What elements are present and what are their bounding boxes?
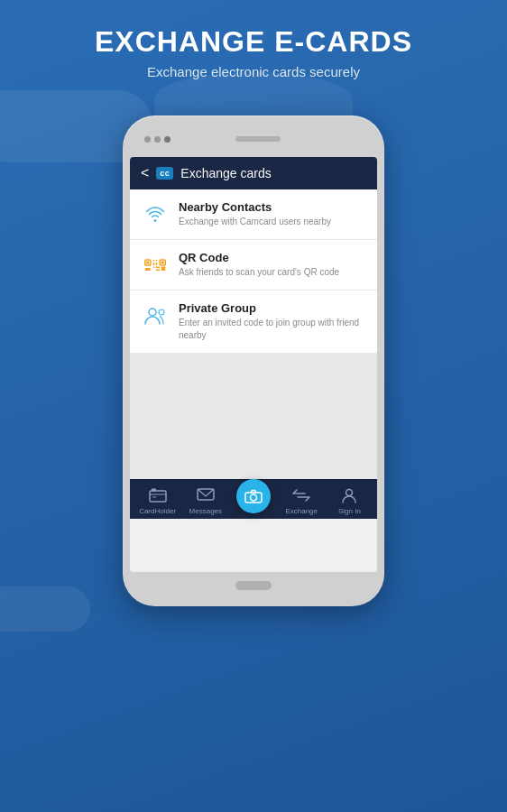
group-text: Private Group Enter an invited code to j… — [179, 301, 364, 342]
svg-rect-5 — [153, 260, 155, 262]
phone-speaker — [235, 136, 281, 142]
nearby-desc: Exchange with Camcard users nearby — [179, 216, 364, 228]
svg-point-14 — [159, 309, 164, 315]
app-topbar: < cc Exchange cards — [130, 157, 377, 189]
list-item-qrcode[interactable]: QR Code Ask friends to scan your card's … — [130, 240, 377, 291]
phone-dot-1 — [144, 136, 151, 143]
svg-point-22 — [346, 490, 353, 496]
phone-home-button[interactable] — [235, 581, 272, 590]
nav-item-camera[interactable] — [229, 488, 277, 513]
nav-item-cardholder[interactable]: CardHolder — [134, 485, 181, 515]
wifi-icon — [143, 202, 168, 227]
main-subtitle: Exchange electronic cards securely — [18, 64, 489, 79]
phone-body: < cc Exchange cards — [123, 115, 384, 606]
qr-text: QR Code Ask friends to scan your card's … — [179, 251, 364, 279]
group-title: Private Group — [179, 301, 364, 315]
svg-point-13 — [149, 309, 156, 316]
top-section: EXCHANGE E-CARDS Exchange electronic car… — [0, 0, 507, 88]
messages-icon — [196, 485, 216, 505]
list-item-group[interactable]: Private Group Enter an invited code to j… — [130, 291, 377, 353]
phone-mockup: < cc Exchange cards — [0, 115, 507, 606]
svg-rect-12 — [161, 267, 166, 272]
exchange-label: Exchange — [285, 507, 318, 515]
svg-rect-6 — [156, 260, 158, 262]
svg-rect-4 — [145, 268, 151, 271]
signin-icon — [339, 485, 359, 505]
messages-label: Messages — [189, 507, 222, 515]
main-title: EXCHANGE E-CARDS — [18, 25, 489, 59]
nav-item-messages[interactable]: Messages — [181, 485, 229, 515]
nearby-text: Nearby Contacts Exchange with Camcard us… — [179, 200, 364, 228]
bottom-nav: CardHolder Messages — [130, 479, 377, 519]
svg-rect-3 — [161, 262, 164, 264]
qr-desc: Ask friends to scan your card's QR code — [179, 266, 364, 279]
exchange-icon — [291, 485, 311, 505]
empty-content-area — [130, 353, 377, 479]
phone-dot-2 — [154, 136, 161, 143]
svg-rect-15 — [150, 491, 166, 502]
nav-item-exchange[interactable]: Exchange — [278, 485, 326, 515]
qr-icon — [143, 253, 168, 278]
group-desc: Enter an invited code to join group with… — [179, 317, 364, 342]
svg-rect-7 — [153, 263, 155, 265]
svg-point-21 — [251, 494, 257, 501]
group-icon — [143, 303, 168, 328]
svg-rect-8 — [156, 263, 158, 265]
phone-top-bar — [130, 128, 377, 150]
list-item-nearby[interactable]: Nearby Contacts Exchange with Camcard us… — [130, 189, 377, 240]
cardholder-label: CardHolder — [139, 507, 176, 515]
phone-camera-dot — [164, 136, 171, 143]
qr-title: QR Code — [179, 251, 364, 264]
svg-rect-11 — [156, 270, 161, 272]
svg-rect-10 — [156, 267, 161, 269]
nearby-title: Nearby Contacts — [179, 200, 364, 214]
svg-rect-9 — [153, 267, 155, 269]
phone-screen: < cc Exchange cards — [130, 157, 377, 572]
menu-list: Nearby Contacts Exchange with Camcard us… — [130, 189, 377, 353]
topbar-title: Exchange cards — [180, 166, 366, 180]
nav-item-signin[interactable]: Sign In — [326, 485, 373, 515]
svg-rect-18 — [152, 489, 156, 492]
camera-icon — [236, 479, 271, 513]
signin-label: Sign In — [338, 507, 361, 515]
svg-rect-1 — [146, 262, 149, 264]
phone-dots — [144, 136, 171, 143]
back-button[interactable]: < — [141, 166, 149, 180]
cc-logo: cc — [156, 167, 173, 180]
cardholder-icon — [148, 485, 168, 505]
